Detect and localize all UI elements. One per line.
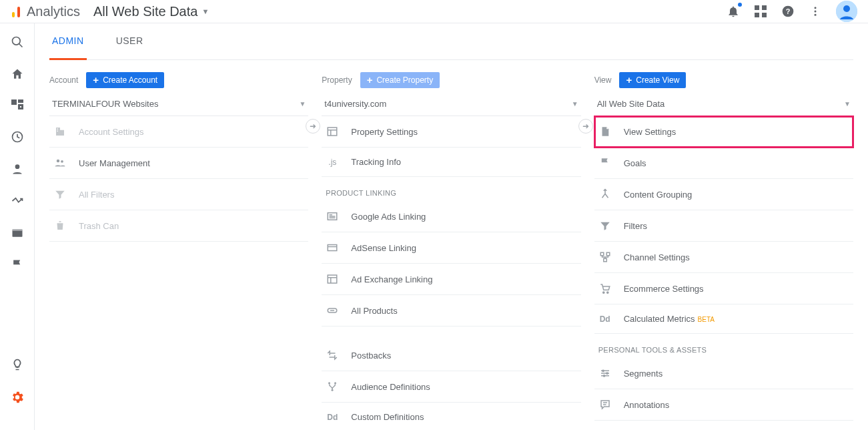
settings-gear-icon[interactable] (10, 390, 25, 405)
svg-rect-0 (12, 12, 15, 17)
notification-badge (737, 1, 743, 8)
segments-item[interactable]: Segments (594, 358, 853, 389)
group-icon (53, 157, 67, 169)
svg-rect-26 (57, 131, 59, 132)
switch-account-button[interactable]: ➜ (306, 119, 320, 134)
property-settings-item[interactable]: Property Settings (322, 116, 580, 148)
svg-rect-2 (755, 5, 759, 10)
caret-down-icon: ▼ (844, 100, 851, 108)
view-selector-dropdown[interactable]: All Web Site Data ▼ (93, 4, 209, 19)
ad-exchange-linking-item[interactable]: Ad Exchange Linking (322, 264, 580, 295)
beta-badge: BETA (698, 316, 715, 323)
plus-icon: + (626, 76, 632, 84)
create-view-button[interactable]: +Create View (619, 72, 686, 88)
link-icon (326, 304, 339, 316)
trash-can-item[interactable]: Trash Can (49, 210, 308, 242)
channel-settings-item[interactable]: Channel Settings (594, 242, 853, 273)
view-selector[interactable]: All Web Site Data ▼ (594, 93, 853, 116)
svg-rect-25 (57, 129, 59, 130)
content-grouping-item[interactable]: Content Grouping (594, 179, 853, 210)
caret-down-icon: ▼ (201, 7, 209, 15)
tracking-info-item[interactable]: .jsTracking Info (322, 148, 580, 177)
view-selected: All Web Site Data (597, 99, 665, 109)
product-name: Analytics (27, 4, 80, 19)
tab-admin[interactable]: ADMIN (49, 35, 87, 60)
all-products-item[interactable]: All Products (322, 295, 580, 327)
svg-rect-5 (762, 13, 767, 17)
adsense-linking-item[interactable]: AdSense Linking (322, 232, 580, 264)
ecommerce-settings-item[interactable]: Ecommerce Settings (594, 273, 853, 304)
goals-item[interactable]: Goals (594, 148, 853, 179)
building-icon (53, 126, 67, 138)
column-account: Account +Create Account TERMINALFOUR Web… (49, 72, 308, 430)
filters-item[interactable]: Filters (594, 210, 853, 242)
filter-icon (53, 188, 67, 200)
analytics-logo-icon (11, 5, 23, 17)
tab-user[interactable]: USER (113, 35, 146, 59)
account-selected: TERMINALFOUR Websites (52, 99, 158, 109)
search-icon[interactable] (11, 35, 24, 49)
annotations-item[interactable]: Annotations (594, 389, 853, 421)
svg-point-8 (815, 7, 817, 9)
caret-down-icon: ▼ (572, 100, 578, 108)
svg-point-58 (603, 375, 604, 377)
page-icon (598, 126, 612, 138)
property-label: Property (322, 75, 352, 85)
custom-definitions-item[interactable]: DdCustom Definitions (322, 403, 580, 430)
attribution-icon[interactable] (11, 194, 24, 208)
admin-tabs: ADMIN USER (49, 23, 853, 60)
svg-point-28 (61, 160, 63, 163)
all-filters-item[interactable]: All Filters (49, 179, 308, 210)
sliders-icon (598, 367, 612, 379)
trash-icon (53, 220, 67, 232)
svg-rect-18 (20, 106, 21, 108)
nav-rail (0, 23, 35, 430)
create-property-button[interactable]: +Create Property (360, 72, 440, 88)
svg-line-14 (19, 44, 22, 47)
audience-definitions-item[interactable]: Audience Definitions (322, 371, 580, 403)
column-property: ➜ Property +Create Property t4university… (322, 72, 580, 430)
flag-icon[interactable] (11, 258, 24, 272)
more-vert-icon[interactable] (809, 5, 821, 17)
account-avatar[interactable] (836, 1, 857, 22)
svg-text:?: ? (786, 7, 791, 15)
user-management-item[interactable]: User Management (49, 148, 308, 179)
account-selector[interactable]: TERMINALFOUR Websites ▼ (49, 93, 308, 116)
svg-point-52 (606, 292, 608, 293)
calculated-metrics-item[interactable]: DdCalculated MetricsBETA (594, 304, 853, 334)
merge-icon (598, 188, 612, 200)
svg-point-12 (843, 5, 850, 12)
svg-rect-15 (11, 99, 17, 105)
svg-rect-48 (600, 252, 604, 256)
postbacks-item[interactable]: Postbacks (322, 340, 580, 371)
svg-point-57 (606, 373, 608, 374)
account-label: Account (49, 75, 78, 85)
notifications-icon[interactable] (727, 5, 740, 18)
plus-icon: + (367, 76, 373, 84)
clock-icon[interactable] (11, 130, 24, 144)
svg-rect-4 (755, 13, 759, 17)
svg-rect-49 (606, 252, 610, 256)
account-settings-item[interactable]: Account Settings (49, 116, 308, 148)
svg-rect-24 (60, 130, 64, 136)
switch-property-button[interactable]: ➜ (578, 119, 593, 134)
js-icon: .js (326, 158, 339, 167)
svg-point-46 (334, 382, 336, 384)
apps-grid-icon[interactable] (755, 5, 767, 17)
column-view: ➜ View +Create View All Web Site Data ▼ … (594, 72, 853, 430)
create-account-button[interactable]: +Create Account (86, 72, 164, 88)
svg-rect-3 (762, 5, 767, 10)
fork-icon (326, 381, 339, 393)
personal-tools-heading: PERSONAL TOOLS & ASSETS (594, 334, 853, 358)
dashboard-icon[interactable] (11, 99, 23, 112)
property-selector[interactable]: t4university.com ▼ (322, 93, 580, 116)
person-icon[interactable] (11, 162, 24, 176)
help-icon[interactable]: ? (781, 5, 795, 18)
home-icon[interactable] (11, 67, 24, 81)
discover-icon[interactable] (11, 226, 24, 240)
view-label: View (594, 75, 612, 85)
view-settings-item[interactable]: View Settings (594, 116, 853, 148)
google-ads-linking-item[interactable]: Google Ads Linking (322, 201, 580, 232)
bulb-icon[interactable] (11, 358, 24, 371)
svg-point-20 (15, 164, 19, 169)
